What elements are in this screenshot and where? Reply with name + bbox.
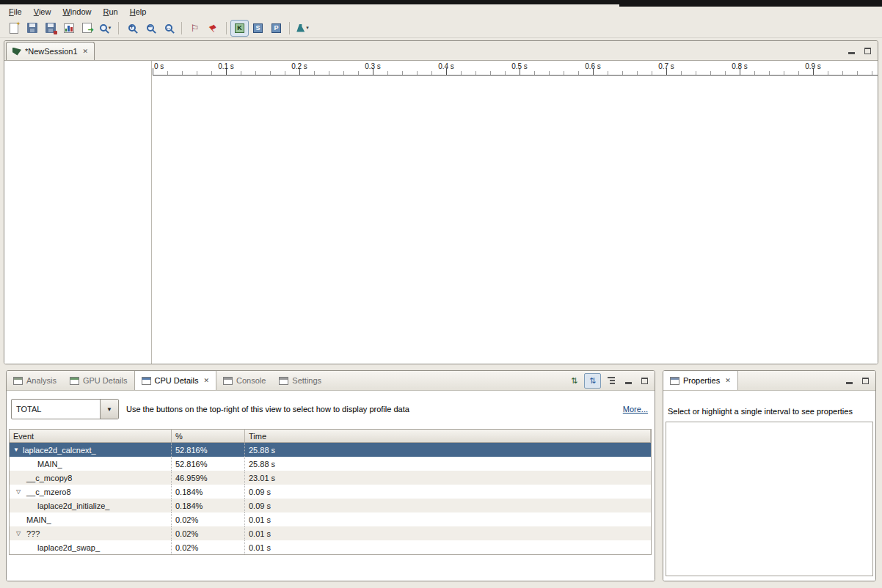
gpu-details-tab-icon <box>70 377 79 385</box>
expander-icon[interactable]: ▽ <box>16 530 21 537</box>
timeline-ruler[interactable]: 0 s 0.1 s 0.2 s 0.3 s 0.4 s 0.5 s 0.6 s … <box>153 61 878 76</box>
event-name: __c_mcopy8 <box>10 474 72 482</box>
menu-view[interactable]: View <box>28 6 57 18</box>
process-icon: P <box>271 23 281 33</box>
red-flag-icon: ⚑ <box>207 21 219 34</box>
details-tabstrip: Analysis GPU Details CPU Details ✕ Conso… <box>7 371 655 391</box>
ruler-tick-label: 0.7 s <box>658 62 674 70</box>
timeline-canvas[interactable] <box>153 76 878 364</box>
combo-dropdown-button[interactable]: ▼ <box>100 400 118 419</box>
kernel-toggle-button[interactable]: K <box>230 20 249 37</box>
minimize-icon <box>848 52 855 54</box>
zoom-fit-button[interactable] <box>159 20 178 37</box>
tab-settings[interactable]: Settings <box>272 371 328 390</box>
column-header-percent[interactable]: % <box>172 430 245 442</box>
display-hint-text: Use the buttons on the top-right of this… <box>126 405 409 414</box>
ruler-tick-label: 0.8 s <box>732 62 748 70</box>
event-time: 0.09 s <box>244 485 651 499</box>
table-row[interactable]: MAIN_ 0.02% 0.01 s <box>10 512 651 526</box>
kernel-icon: K <box>235 23 244 33</box>
zoom-in-button[interactable] <box>123 20 141 37</box>
chart-icon <box>64 23 74 33</box>
toolbar-separator <box>289 22 290 34</box>
table-row[interactable]: laplace2d_initialize_ 0.184% 0.09 s <box>10 499 651 512</box>
zoom-out-button[interactable] <box>141 20 159 37</box>
application-window: File View Window Run Help ✦ ➔ ▾ ⚐ ⚑ K S … <box>0 0 882 588</box>
analysis-tab-icon <box>13 377 23 385</box>
table-row[interactable]: MAIN_ 52.816% 25.88 s <box>10 457 651 471</box>
menu-window[interactable]: Window <box>57 6 97 18</box>
tab-analysis[interactable]: Analysis <box>7 371 63 390</box>
event-percent: 52.816% <box>171 443 244 457</box>
process-toggle-button[interactable]: P <box>267 20 285 37</box>
new-session-button[interactable]: ✦ <box>4 20 23 37</box>
timeline-editor-panel: *NewSession1 ✕ 0 s 0.1 s 0.2 s 0.3 s 0.4… <box>4 40 878 364</box>
maximize-button[interactable] <box>637 374 652 388</box>
table-row[interactable]: ▽??? 0.02% 0.01 s <box>10 526 651 540</box>
zoom-out-icon <box>147 24 154 32</box>
more-link[interactable]: More... <box>623 405 648 414</box>
chart-button[interactable] <box>59 20 78 37</box>
export-icon: ➔ <box>82 23 92 33</box>
zoom-tool-button[interactable]: ▾ <box>96 20 114 37</box>
analysis-button[interactable]: ▾ <box>294 20 312 37</box>
tab-label: Console <box>236 376 266 385</box>
ruler-tick-label: 0.9 s <box>805 62 821 70</box>
marker-remove-button[interactable]: ⚑ <box>204 20 222 37</box>
column-header-event[interactable]: Event <box>10 430 172 442</box>
sort-order-button[interactable]: ⇅ <box>566 373 583 389</box>
zoom-in-icon <box>128 24 136 32</box>
new-session-icon: ✦ <box>10 23 18 34</box>
minimize-button[interactable] <box>621 374 635 388</box>
sort-by-value-button[interactable]: ⇅ <box>584 373 601 389</box>
minimize-button[interactable] <box>842 374 856 388</box>
minimize-icon <box>846 382 853 384</box>
marker-forward-button[interactable]: ⚐ <box>186 20 204 37</box>
updown-arrows-icon: ⇅ <box>589 376 596 386</box>
expander-icon[interactable]: ▼ <box>13 446 19 453</box>
table-row[interactable]: ▽__c_mzero8 0.184% 0.09 s <box>10 485 651 499</box>
maximize-button[interactable] <box>860 44 875 58</box>
tab-gpu-details[interactable]: GPU Details <box>63 371 134 390</box>
table-row[interactable]: laplace2d_swap_ 0.02% 0.01 s <box>10 540 651 554</box>
properties-chrome-buttons <box>842 371 875 390</box>
close-icon[interactable]: ✕ <box>725 377 731 384</box>
toolbar-separator <box>118 22 119 34</box>
table-row[interactable]: __c_mcopy8 46.959% 23.01 s <box>10 471 651 485</box>
close-icon[interactable]: ✕ <box>83 48 89 55</box>
close-icon[interactable]: ✕ <box>203 377 209 384</box>
menu-run[interactable]: Run <box>98 6 124 18</box>
minimize-button[interactable] <box>844 44 859 58</box>
tab-newsession1[interactable]: *NewSession1 ✕ <box>6 42 95 60</box>
toolbar-separator <box>181 22 182 34</box>
properties-panel: Properties ✕ Select or highlight a singl… <box>663 370 876 581</box>
maximize-button[interactable] <box>858 374 872 388</box>
event-time: 25.88 s <box>244 443 651 457</box>
event-percent: 0.02% <box>171 512 244 526</box>
tab-properties[interactable]: Properties ✕ <box>663 371 738 390</box>
export-button[interactable]: ➔ <box>78 20 96 37</box>
column-header-time[interactable]: Time <box>245 430 651 442</box>
tab-cpu-details[interactable]: CPU Details ✕ <box>134 371 216 390</box>
tab-console[interactable]: Console <box>216 371 272 390</box>
zoom-fit-icon <box>165 24 172 32</box>
event-name: MAIN_ <box>10 515 51 524</box>
stream-toggle-button[interactable]: S <box>249 20 267 37</box>
event-percent: 0.184% <box>171 485 244 499</box>
save-button[interactable] <box>23 20 41 37</box>
table-header: Event % Time <box>10 430 651 443</box>
save-as-button[interactable] <box>41 20 59 37</box>
expander-icon[interactable]: ▽ <box>16 488 21 495</box>
settings-tab-icon <box>279 377 288 385</box>
ruler-tick-label: 0.5 s <box>511 62 528 70</box>
tree-view-button[interactable] <box>602 373 619 389</box>
ruler-tick-label: 0.2 s <box>291 62 307 70</box>
menu-file[interactable]: File <box>3 6 28 18</box>
chevron-down-icon: ▾ <box>306 25 309 31</box>
menu-help[interactable]: Help <box>124 6 153 18</box>
table-row[interactable]: ▼laplace2d_calcnext_ 52.816% 25.88 s <box>10 443 651 457</box>
event-time: 25.88 s <box>244 457 651 471</box>
cpu-details-tab-icon <box>142 377 151 385</box>
event-select-combo[interactable]: TOTAL ▼ <box>11 399 119 419</box>
tab-label: Settings <box>292 376 321 385</box>
